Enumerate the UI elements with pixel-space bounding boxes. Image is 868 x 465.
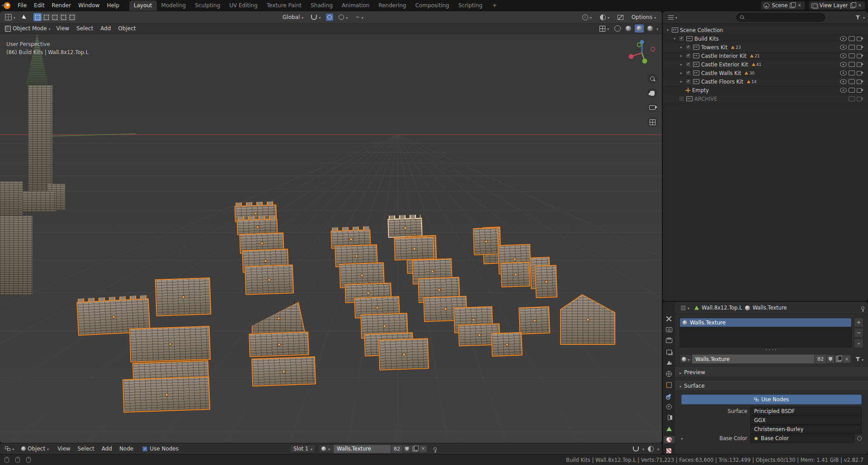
camera-toggle-icon[interactable] (857, 88, 862, 93)
material-slot-list[interactable]: Walls.Texture (679, 318, 852, 348)
scene-object-wall[interactable] (535, 265, 557, 298)
eye-toggle-icon[interactable] (840, 79, 847, 84)
properties-tab-object-data[interactable] (664, 425, 675, 432)
xray-toggle[interactable] (615, 14, 626, 21)
expander-icon[interactable]: ▸ (681, 437, 686, 441)
scene-object-wall[interactable] (249, 332, 309, 357)
material-name-field[interactable]: Walls.Texture (333, 445, 391, 453)
collection-checkbox[interactable]: ✓ (685, 61, 691, 67)
surface-panel-header[interactable]: Surface (675, 381, 868, 391)
snap-toggle[interactable] (309, 13, 323, 21)
properties-tab-tool[interactable] (664, 315, 675, 322)
outliner-editor-type-selector[interactable] (666, 13, 679, 21)
shading-solid-button[interactable] (624, 24, 633, 33)
select-mode-invert-button[interactable] (59, 13, 67, 21)
camera-toggle-icon[interactable] (857, 62, 862, 67)
field-christensen-burley[interactable]: Christensen-Burley (750, 425, 862, 434)
disclosure-icon[interactable]: ▾ (672, 37, 677, 41)
scene-object-wall[interactable] (129, 326, 211, 362)
camera-toggle-icon[interactable] (857, 71, 862, 75)
properties-tab-object[interactable] (664, 381, 675, 388)
viewport-menu-add[interactable]: Add (97, 25, 114, 32)
screen-toggle-icon[interactable] (849, 88, 855, 93)
tab-shading[interactable]: Shading (306, 0, 337, 11)
proportional-edit-toggle[interactable] (336, 13, 350, 21)
add-workspace-button[interactable]: + (490, 2, 500, 9)
menu-window[interactable]: Window (75, 0, 103, 11)
disclosure-icon[interactable]: ▸ (679, 71, 684, 75)
new-material-button[interactable] (411, 445, 419, 453)
fake-user-button[interactable] (826, 355, 835, 363)
fake-user-button[interactable] (403, 445, 411, 453)
view-layer-selector[interactable]: View Layer × (809, 1, 865, 10)
screen-toggle-icon[interactable] (849, 96, 855, 101)
material-name-field[interactable]: Walls.Texture (692, 354, 815, 364)
select-mode-new-button[interactable] (33, 13, 42, 21)
eye-toggle-icon[interactable] (840, 88, 847, 93)
remove-view-layer-icon[interactable]: × (857, 3, 863, 8)
viewport-menu-select[interactable]: Select (73, 25, 97, 32)
filter-icon[interactable] (855, 15, 860, 19)
screen-toggle-icon[interactable] (849, 45, 855, 50)
screen-toggle-icon[interactable] (849, 79, 855, 84)
active-tool-button[interactable] (20, 14, 29, 20)
eye-toggle-icon[interactable] (840, 70, 847, 75)
select-mode-intersect-button[interactable] (68, 13, 76, 21)
camera-view-button[interactable] (647, 103, 657, 113)
tab-uv-editing[interactable]: UV Editing (225, 0, 262, 11)
disclosure-icon[interactable]: ▸ (679, 62, 684, 66)
material-slot-row[interactable]: Walls.Texture (680, 318, 851, 327)
scene-object-wall[interactable] (251, 357, 316, 387)
shader-menu-node[interactable]: Node (116, 446, 137, 452)
menu-edit[interactable]: Edit (30, 0, 48, 11)
breadcrumb-material-name[interactable]: Walls.Texture (753, 305, 787, 311)
menu-help[interactable]: Help (103, 0, 123, 11)
collection-checkbox[interactable]: ✓ (685, 79, 691, 85)
properties-tab-modifiers[interactable] (664, 392, 675, 399)
field-ggx[interactable]: GGX (750, 416, 862, 425)
scene-object-wall-active[interactable] (387, 218, 422, 238)
gizmos-dropdown[interactable] (580, 13, 594, 21)
scene-object-wall[interactable] (473, 227, 499, 255)
unlink-material-button[interactable]: × (419, 445, 427, 453)
shading-wireframe-button[interactable] (613, 24, 622, 33)
new-material-button[interactable] (835, 355, 843, 363)
scene-object-wall[interactable] (560, 294, 615, 345)
tab-animation[interactable]: Animation (337, 0, 374, 11)
field-base-color[interactable]: Base Color (750, 434, 854, 443)
screen-toggle-icon[interactable] (849, 62, 855, 67)
tab-compositing[interactable]: Compositing (410, 0, 453, 11)
outliner-row-towers-kit[interactable]: ▸✓Towers Kit23 (663, 43, 868, 52)
collection-checkbox[interactable]: ✓ (685, 44, 691, 50)
list-resize-grip[interactable]: •••• (675, 348, 868, 352)
eye-toggle-icon[interactable] (840, 45, 847, 50)
tab-modeling[interactable]: Modeling (157, 0, 191, 11)
properties-editor-type-selector[interactable] (679, 304, 692, 312)
tab-sculpting[interactable]: Sculpting (190, 0, 225, 11)
properties-tab-view-layer[interactable] (664, 348, 675, 355)
eye-toggle-icon[interactable] (840, 36, 847, 41)
pin-icon[interactable] (434, 447, 437, 451)
outliner-row-empty[interactable]: Empty (663, 86, 868, 94)
scene-object-wall[interactable] (500, 262, 530, 287)
options-dropdown[interactable]: Options (629, 13, 658, 21)
scene-object-tower[interactable] (23, 191, 56, 212)
shading-options-chevron[interactable] (656, 25, 658, 32)
shading-rendered-button[interactable] (646, 24, 655, 33)
falloff-dropdown[interactable]: ~ (353, 13, 365, 21)
browse-material-button[interactable] (318, 445, 333, 453)
scene-object-tower[interactable] (28, 85, 52, 198)
scene-object-wall[interactable] (155, 277, 212, 316)
screen-toggle-icon[interactable] (849, 70, 855, 75)
preview-panel-header[interactable]: Preview (675, 367, 868, 377)
tab-rendering[interactable]: Rendering (374, 0, 410, 11)
scene-object-wall[interactable] (245, 264, 294, 295)
disclosure-icon[interactable]: ▸ (679, 45, 684, 49)
properties-tab-material[interactable] (664, 436, 675, 443)
slot-specials-button[interactable] (854, 338, 863, 348)
snap-mode-toggle[interactable] (326, 14, 333, 21)
disclosure-icon[interactable]: ▸ (679, 80, 684, 84)
disclosure-icon[interactable]: ▾ (665, 28, 670, 32)
material-slot-dropdown[interactable]: Slot 1 (290, 445, 316, 453)
tab-layout[interactable]: Layout (129, 0, 157, 11)
